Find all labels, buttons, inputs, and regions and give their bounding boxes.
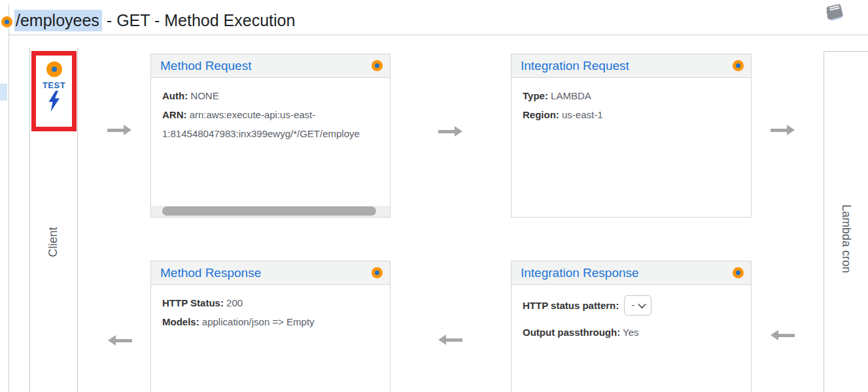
- region-label: Region:: [523, 109, 559, 120]
- integration-request-header: Integration Request: [512, 54, 751, 78]
- method-request-panel: Method Request Auth: NONE ARN: arn:aws:e…: [150, 54, 391, 218]
- integration-response-header: Integration Response: [512, 261, 751, 285]
- type-row: Type: LAMBDA: [523, 86, 740, 105]
- method-request-header: Method Request: [151, 54, 390, 78]
- horizontal-scrollbar[interactable]: [151, 206, 390, 217]
- lightning-bolt-icon[interactable]: [47, 91, 61, 114]
- integration-response-panel: Integration Response HTTP status pattern…: [511, 261, 752, 392]
- http-status-label: HTTP Status:: [162, 297, 224, 308]
- lambda-service-label: Lambda: [840, 204, 853, 246]
- http-status-pattern-row: HTTP status pattern: -: [523, 295, 740, 316]
- test-link[interactable]: TEST: [43, 80, 65, 90]
- models-row: Models: application/json => Empty: [162, 312, 379, 331]
- arrow-client-to-method-request: [107, 125, 131, 135]
- http-status-value: 200: [226, 297, 243, 308]
- page-left-border: [9, 5, 9, 392]
- arrow-lambda-to-integration-response: [771, 330, 795, 340]
- lambda-lane-label-box: Lambda cron: [824, 189, 868, 287]
- arn-label: ARN:: [162, 109, 187, 120]
- region-row: Region: us-east-1: [523, 105, 740, 124]
- http-status-pattern-selected-value: -: [631, 299, 634, 311]
- models-label: Models:: [162, 316, 200, 327]
- method-request-body: Auth: NONE ARN: arn:aws:execute-api:us-e…: [151, 78, 390, 152]
- arrow-method-request-to-integration-request: [438, 126, 462, 137]
- output-passthrough-label: Output passthrough:: [523, 327, 620, 338]
- integration-request-status-icon: [733, 60, 744, 71]
- integration-request-body: Type: LAMBDA Region: us-east-1: [512, 78, 751, 133]
- integration-response-title-link[interactable]: Integration Response: [521, 266, 639, 280]
- header-divider: [9, 35, 868, 35]
- integration-request-title-link[interactable]: Integration Request: [521, 59, 629, 73]
- integration-request-panel: Integration Request Type: LAMBDA Region:…: [511, 54, 752, 218]
- type-value: LAMBDA: [551, 90, 591, 101]
- arn-value-line2: 1:814548047983:inx399ewyg/*/GET/employe: [162, 124, 379, 143]
- method-request-status-icon: [372, 60, 383, 71]
- selected-resource-text: /employees: [14, 10, 102, 31]
- chevron-down-icon: [638, 300, 646, 308]
- http-status-pattern-select[interactable]: -: [624, 295, 651, 316]
- method-response-body: HTTP Status: 200 Models: application/jso…: [151, 285, 390, 340]
- arrow-integration-request-to-lambda: [771, 125, 795, 135]
- output-passthrough-row: Output passthrough: Yes: [523, 323, 740, 342]
- lambda-function-link[interactable]: cron: [840, 250, 853, 273]
- integration-response-status-icon: [733, 267, 744, 278]
- http-status-pattern-label: HTTP status pattern:: [523, 296, 619, 315]
- arrow-integration-response-to-method-response: [438, 335, 462, 345]
- lambda-label: Lambda cron: [839, 204, 853, 272]
- arrow-method-response-to-client: [108, 335, 132, 346]
- nav-selection-fragment: [0, 84, 7, 101]
- output-passthrough-value: Yes: [623, 327, 638, 338]
- method-response-panel: Method Response HTTP Status: 200 Models:…: [150, 261, 391, 392]
- method-response-title-link[interactable]: Method Response: [160, 266, 261, 280]
- test-box[interactable]: TEST: [31, 51, 77, 131]
- auth-label: Auth:: [162, 90, 188, 101]
- method-status-icon: [1, 16, 12, 27]
- method-request-title-link[interactable]: Method Request: [160, 59, 251, 73]
- auth-value: NONE: [190, 90, 218, 101]
- book-icon[interactable]: [822, 4, 845, 24]
- page-title-suffix: - GET - Method Execution: [107, 11, 296, 29]
- integration-response-body: HTTP status pattern: - Output passthroug…: [512, 285, 751, 350]
- type-label: Type:: [523, 90, 548, 101]
- auth-row: Auth: NONE: [162, 86, 379, 105]
- arn-row: ARN: arn:aws:execute-api:us-east- 1:8145…: [162, 105, 379, 143]
- scrollbar-thumb[interactable]: [162, 206, 376, 216]
- arn-value-line1: arn:aws:execute-api:us-east-: [190, 109, 316, 120]
- region-value: us-east-1: [562, 109, 603, 120]
- http-status-row: HTTP Status: 200: [162, 293, 379, 312]
- method-response-header: Method Response: [151, 261, 390, 285]
- client-lane-label-box: Client: [29, 209, 77, 274]
- page-title: /employees- GET - Method Execution: [14, 11, 295, 30]
- client-label: Client: [46, 227, 60, 257]
- models-value: application/json => Empty: [202, 316, 315, 327]
- test-status-icon: [46, 61, 62, 77]
- method-response-status-icon: [372, 267, 383, 278]
